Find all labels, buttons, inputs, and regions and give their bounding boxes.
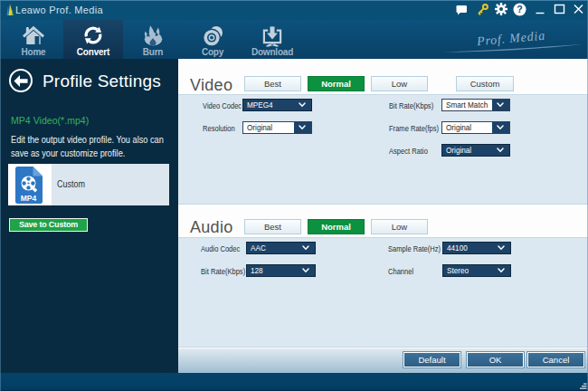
svg-text:MP4: MP4 xyxy=(21,194,37,203)
svg-text:?: ? xyxy=(517,4,522,14)
